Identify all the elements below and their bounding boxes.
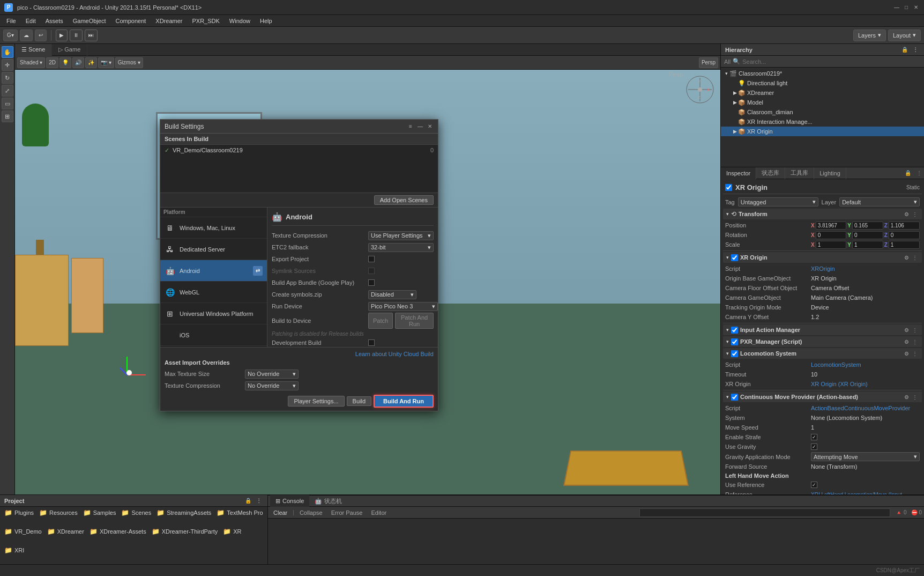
pxr-active[interactable] xyxy=(731,338,738,345)
etc2-dropdown[interactable]: 32-bit ▾ xyxy=(368,243,434,252)
folder-xdreamer-third[interactable]: 📁XDreamer-ThirdParty xyxy=(150,527,220,536)
cm-gravity-checkbox[interactable] xyxy=(811,444,817,450)
pxr-more-icon[interactable]: ⋮ xyxy=(911,339,919,345)
step-button[interactable]: ⏭ xyxy=(85,29,98,41)
locomotion-active[interactable] xyxy=(731,350,738,357)
menu-file[interactable]: File xyxy=(2,17,20,25)
shading-dropdown[interactable]: Shaded ▾ xyxy=(17,57,45,68)
menu-assets[interactable]: Assets xyxy=(41,17,68,25)
tree-classroom[interactable]: 📦 Clasroom_dimian xyxy=(721,107,924,117)
platform-ios[interactable]: iOS xyxy=(160,324,267,346)
input-action-active[interactable] xyxy=(731,327,738,334)
learn-link[interactable]: Learn about Unity Cloud Build xyxy=(165,351,434,357)
dev-build-checkbox[interactable] xyxy=(368,339,375,346)
tree-scene-root[interactable]: ▾ 🎬 Classroom0219* xyxy=(721,69,924,78)
input-action-header[interactable]: ▾ Input Action Manager ⚙ ⋮ xyxy=(723,324,922,335)
max-texture-dropdown[interactable]: No Override ▾ xyxy=(245,370,299,379)
folder-xri[interactable]: 📁XRI xyxy=(2,545,26,555)
folder-plugins[interactable]: 📁Plugins xyxy=(2,508,36,518)
tree-xr-origin[interactable]: ▶ 📦 XR Origin xyxy=(721,127,924,136)
console-editor-btn[interactable]: Editor xyxy=(368,509,390,516)
cloud-btn[interactable]: ☁ xyxy=(20,29,33,41)
build-and-run-btn[interactable]: Build And Run xyxy=(374,395,434,408)
menu-edit[interactable]: Edit xyxy=(21,17,40,25)
2d-btn[interactable]: 2D xyxy=(46,57,58,68)
inspector-menu-icon[interactable]: ⋮ xyxy=(914,170,924,176)
menu-component[interactable]: Component xyxy=(111,17,150,25)
scale-y-input[interactable] xyxy=(852,241,883,249)
xr-origin-active[interactable] xyxy=(731,254,738,261)
account-btn[interactable]: G▾ xyxy=(3,29,18,41)
tree-xdreamer[interactable]: ▶ 📦 XDreamer xyxy=(721,88,924,98)
pxr-manager-header[interactable]: ▾ PXR_Manager (Script) ⚙ ⋮ xyxy=(723,336,922,347)
pause-button[interactable]: ⏸ xyxy=(70,29,83,41)
tab-lighting[interactable]: Lighting xyxy=(814,167,846,179)
rot-z-input[interactable] xyxy=(889,231,920,239)
texture-compression-dropdown[interactable]: Use Player Settings ▾ xyxy=(368,231,434,240)
project-lock-icon[interactable]: 🔒 xyxy=(244,497,252,505)
folder-xr[interactable]: 📁XR xyxy=(221,527,243,536)
scene-camera-btn[interactable]: 📷 ▾ xyxy=(98,57,114,68)
folder-resources[interactable]: 📁Resources xyxy=(37,508,80,518)
hierarchy-menu-icon[interactable]: ⋮ xyxy=(911,46,920,54)
tree-model[interactable]: ▶ 📦 Model xyxy=(721,98,924,107)
folder-textmesh[interactable]: 📁TextMesh Pro xyxy=(214,508,265,518)
cm-settings-icon[interactable]: ⚙ xyxy=(903,394,910,400)
gizmos-btn[interactable]: Gizmos ▾ xyxy=(115,57,143,68)
tab-scene[interactable]: ☰ Scene xyxy=(15,44,52,56)
audio-btn[interactable]: 🔊 xyxy=(72,57,84,68)
xr-origin-comp-header[interactable]: ▾ XR Origin ⚙ ⋮ xyxy=(723,252,922,263)
rotate-tool[interactable]: ↻ xyxy=(2,72,13,84)
pos-y-input[interactable] xyxy=(852,221,883,230)
inspector-lock-icon[interactable]: 🔒 xyxy=(903,170,913,176)
dialog-minimize-btn[interactable]: — xyxy=(416,123,424,130)
transform-tool[interactable]: ⊞ xyxy=(2,110,13,122)
app-bundle-checkbox[interactable] xyxy=(368,279,375,286)
hierarchy-search-input[interactable] xyxy=(742,58,921,65)
cm-script-value[interactable]: ActionBasedContinuousMoveProvider xyxy=(811,405,910,411)
loco-xr-origin-value[interactable]: XR Origin (XR Origin) xyxy=(811,381,868,387)
platform-android[interactable]: 🤖 Android ⇄ xyxy=(160,260,267,282)
menu-xdreamer[interactable]: XDreamer xyxy=(151,17,187,25)
hierarchy-lock-icon[interactable]: 🔒 xyxy=(900,46,909,54)
console-error-pause-btn[interactable]: Error Pause xyxy=(328,509,366,516)
active-toggle[interactable] xyxy=(725,184,732,191)
patch-and-run-btn[interactable]: Patch And Run xyxy=(395,313,434,329)
cm-grav-mode-dropdown[interactable]: Attempting Move ▾ xyxy=(811,452,920,461)
pos-x-input[interactable] xyxy=(816,221,847,230)
android-switch-btn[interactable]: ⇄ xyxy=(253,266,263,276)
folder-streaming[interactable]: 📁StreamingAssets xyxy=(154,508,213,518)
scale-x-input[interactable] xyxy=(816,241,847,249)
console-clear-btn[interactable]: Clear xyxy=(270,509,290,516)
input-action-settings-icon[interactable]: ⚙ xyxy=(903,327,910,333)
platform-windows[interactable]: 🖥 Windows, Mac, Linux xyxy=(160,217,267,239)
folder-samples[interactable]: 📁Samples xyxy=(81,508,118,518)
lh-use-ref-checkbox[interactable] xyxy=(811,482,817,488)
tab-status[interactable]: 状态库 xyxy=(756,167,785,179)
pxr-settings-icon[interactable]: ⚙ xyxy=(903,339,910,345)
locomotion-header[interactable]: ▾ Locomotion System ⚙ ⋮ xyxy=(723,348,922,359)
persp-btn[interactable]: Persp xyxy=(699,57,718,68)
tab-console[interactable]: ⊞ Console xyxy=(270,495,309,507)
transform-settings-icon[interactable]: ⚙ xyxy=(903,211,910,217)
console-search-input[interactable] xyxy=(639,508,890,517)
cm-active[interactable] xyxy=(731,394,738,401)
menu-pxrsdk[interactable]: PXR_SDK xyxy=(188,17,223,25)
cm-more-icon[interactable]: ⋮ xyxy=(911,394,919,400)
locomotion-settings-icon[interactable]: ⚙ xyxy=(903,351,910,357)
locomotion-more-icon[interactable]: ⋮ xyxy=(911,351,919,357)
rect-tool[interactable]: ▭ xyxy=(2,98,13,109)
close-button[interactable]: ✕ xyxy=(912,4,920,11)
symbols-dropdown[interactable]: Disabled ▾ xyxy=(368,290,416,299)
layout-dropdown[interactable]: Layout ▾ xyxy=(888,29,921,41)
play-button[interactable]: ▶ xyxy=(56,29,68,41)
lighting-btn[interactable]: 💡 xyxy=(59,57,71,68)
platform-webgl[interactable]: 🌐 WebGL xyxy=(160,282,267,303)
export-checkbox[interactable] xyxy=(368,256,375,262)
transform-more-icon[interactable]: ⋮ xyxy=(911,211,919,217)
dialog-menu-icon[interactable]: ≡ xyxy=(407,123,414,130)
dialog-close-btn[interactable]: ✕ xyxy=(426,123,434,130)
menu-window[interactable]: Window xyxy=(225,17,255,25)
folder-vr-demo[interactable]: 📁VR_Demo xyxy=(2,527,44,536)
tab-game[interactable]: ▷ Game xyxy=(52,44,87,56)
